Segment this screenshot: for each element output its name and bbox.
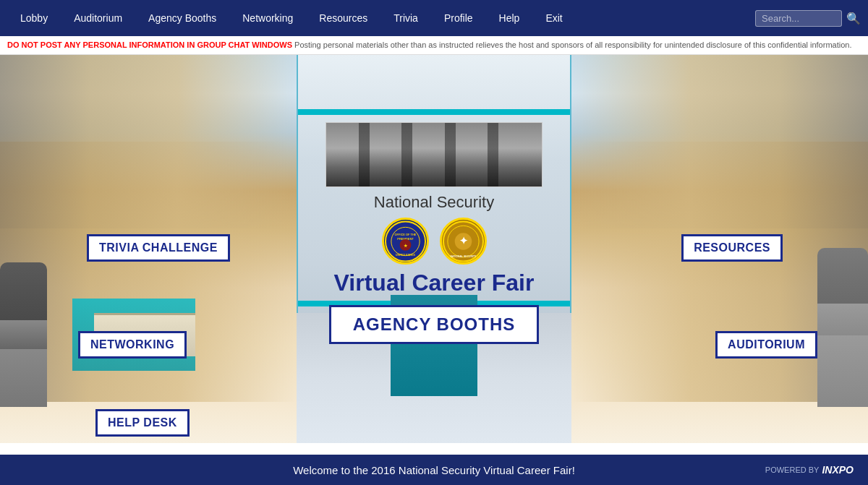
nav-item-exit[interactable]: Exit [532, 0, 575, 36]
auditorium-button[interactable]: AUDITORIUM [715, 331, 817, 359]
nav-item-agency-booths[interactable]: Agency Booths [135, 0, 229, 36]
ns-title: National Security [307, 193, 561, 212]
seals-row: OFFICE OF THE PRESIDENT ★ UNITED STATES … [307, 218, 561, 265]
legs-image [326, 122, 542, 187]
warning-bold-text: DO NOT POST ANY PERSONAL INFORMATION IN … [7, 40, 292, 49]
networking-button[interactable]: NETWORKING [78, 331, 187, 359]
center-content: National Security OFFICE OF THE PRESIDEN… [307, 115, 561, 343]
svg-text:✦: ✦ [459, 236, 467, 246]
nav-item-profile[interactable]: Profile [431, 0, 486, 36]
search-input[interactable] [755, 10, 842, 27]
svg-text:UNITED STATES: UNITED STATES [396, 254, 416, 257]
footer: Welcome to the 2016 National Security Vi… [0, 455, 868, 485]
lobby-area: National Security OFFICE OF THE PRESIDEN… [0, 55, 868, 443]
search-button[interactable]: 🔍 [846, 12, 861, 25]
warning-body-text: Posting personal materials other than as… [292, 40, 851, 49]
footer-welcome-text: Welcome to the 2016 National Security Vi… [293, 464, 575, 476]
warning-bar: DO NOT POST ANY PERSONAL INFORMATION IN … [0, 36, 868, 55]
seal-gold: ✦ NATIONAL SECURITY [440, 218, 487, 265]
search-area: 🔍 [755, 10, 861, 27]
powered-by-label: POWERED BY [765, 465, 820, 474]
nav-item-help[interactable]: Help [486, 0, 533, 36]
nav-item-auditorium[interactable]: Auditorium [61, 0, 135, 36]
trivia-challenge-button[interactable]: TRIVIA CHALLENGE [87, 234, 230, 262]
person-left [0, 262, 47, 407]
resources-button[interactable]: RESOURCES [681, 234, 783, 262]
svg-text:OFFICE OF THE: OFFICE OF THE [394, 233, 416, 236]
agency-booths-button[interactable]: AGENCY BOOTHS [329, 305, 540, 344]
navigation-bar: Lobby Auditorium Agency Booths Networkin… [0, 0, 868, 36]
vcf-title: Virtual Career Fair [307, 270, 561, 296]
nav-item-lobby[interactable]: Lobby [7, 0, 61, 36]
teal-strip-top [298, 109, 570, 115]
seal-blue: OFFICE OF THE PRESIDENT ★ UNITED STATES [382, 218, 429, 265]
nav-item-resources[interactable]: Resources [306, 0, 380, 36]
powered-by: POWERED BY INXPO [765, 464, 854, 476]
help-desk-button[interactable]: HELP DESK [95, 409, 190, 437]
inxpo-brand: INXPO [822, 464, 854, 476]
nav-item-trivia[interactable]: Trivia [380, 0, 431, 36]
person-right [817, 248, 868, 407]
svg-text:NATIONAL SECURITY: NATIONAL SECURITY [450, 255, 476, 258]
nav-item-networking[interactable]: Networking [229, 0, 306, 36]
